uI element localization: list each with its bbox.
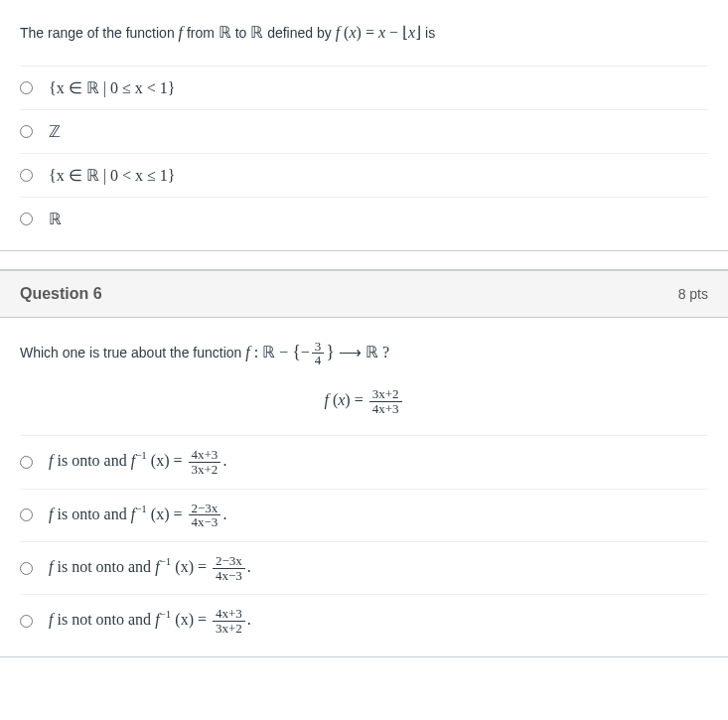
- q5-answer-0-text: {x ∈ ℝ | 0 ≤ x < 1}: [49, 78, 175, 97]
- q6-answer-0-text: f is onto and f−1 (x) = 4x+33x+2.: [49, 448, 226, 476]
- q6-formula: f (x) = 3x+24x+3: [20, 387, 708, 415]
- q5-answer-3-text: ℝ: [49, 210, 62, 228]
- q5-prompt-R2: ℝ: [250, 24, 263, 41]
- question-6-pts: 8 pts: [678, 286, 708, 302]
- q6-radio-3[interactable]: [20, 615, 33, 628]
- q6-answer-1-text: f is onto and f−1 (x) = 2−3x4x−3.: [49, 502, 226, 529]
- q6-radio-0[interactable]: [20, 456, 33, 469]
- q5-prompt-mid2: to: [235, 25, 251, 41]
- question-6-body: Which one is true about the function f :…: [0, 318, 728, 657]
- q5-prompt-mid1: from: [187, 25, 218, 41]
- q5-prompt-pre: The range of the function: [20, 25, 179, 41]
- question-5-block: The range of the function f from ℝ to ℝ …: [0, 0, 728, 251]
- q5-prompt-eq: f (x) = x − ⌊x⌋: [336, 24, 422, 41]
- q5-prompt-post: is: [425, 25, 435, 41]
- q5-answer-1-text: ℤ: [49, 122, 61, 141]
- q6-answers: f is onto and f−1 (x) = 4x+33x+2. f is o…: [20, 435, 708, 647]
- q6-answer-1[interactable]: f is onto and f−1 (x) = 2−3x4x−3.: [20, 490, 708, 542]
- q5-prompt-R1: ℝ: [218, 24, 231, 41]
- question-6-title: Question 6: [20, 285, 102, 303]
- q5-radio-0[interactable]: [20, 81, 33, 94]
- question-6-header: Question 6 8 pts: [0, 270, 728, 318]
- q5-radio-2[interactable]: [20, 169, 33, 182]
- q5-answer-3[interactable]: ℝ: [20, 198, 708, 240]
- q5-answer-1[interactable]: ℤ: [20, 110, 708, 154]
- question-6-prompt: Which one is true about the function f :…: [20, 338, 708, 367]
- q6-prompt-pre: Which one is true about the function: [20, 345, 245, 360]
- q6-answer-2[interactable]: f is not onto and f−1 (x) = 2−3x4x−3.: [20, 542, 708, 595]
- q6-radio-2[interactable]: [20, 562, 33, 575]
- spacer: [0, 251, 728, 269]
- q5-prompt-f: f: [179, 24, 183, 41]
- q5-answer-2-text: {x ∈ ℝ | 0 < x ≤ 1}: [49, 166, 175, 185]
- q6-eq: f (x) = 3x+24x+3: [324, 387, 403, 415]
- q6-prompt-func: f : ℝ − {−34}⟶ℝ ?: [245, 344, 389, 360]
- question-5-body: The range of the function f from ℝ to ℝ …: [0, 0, 728, 250]
- q5-radio-3[interactable]: [20, 213, 33, 225]
- q6-answer-3-text: f is not onto and f−1 (x) = 4x+33x+2.: [49, 607, 251, 635]
- q6-radio-1[interactable]: [20, 508, 33, 521]
- q5-answer-0[interactable]: {x ∈ ℝ | 0 ≤ x < 1}: [20, 67, 708, 110]
- q6-answer-0[interactable]: f is onto and f−1 (x) = 4x+33x+2.: [20, 436, 708, 489]
- q6-answer-3[interactable]: f is not onto and f−1 (x) = 4x+33x+2.: [20, 595, 708, 647]
- q5-radio-1[interactable]: [20, 125, 33, 138]
- q5-answer-2[interactable]: {x ∈ ℝ | 0 < x ≤ 1}: [20, 154, 708, 198]
- q5-answers: {x ∈ ℝ | 0 ≤ x < 1} ℤ {x ∈ ℝ | 0 < x ≤ 1…: [20, 66, 708, 240]
- question-6-block: Question 6 8 pts Which one is true about…: [0, 269, 728, 658]
- q5-prompt-mid3: defined by: [267, 25, 336, 41]
- question-5-prompt: The range of the function f from ℝ to ℝ …: [20, 20, 708, 46]
- q6-answer-2-text: f is not onto and f−1 (x) = 2−3x4x−3.: [49, 554, 251, 582]
